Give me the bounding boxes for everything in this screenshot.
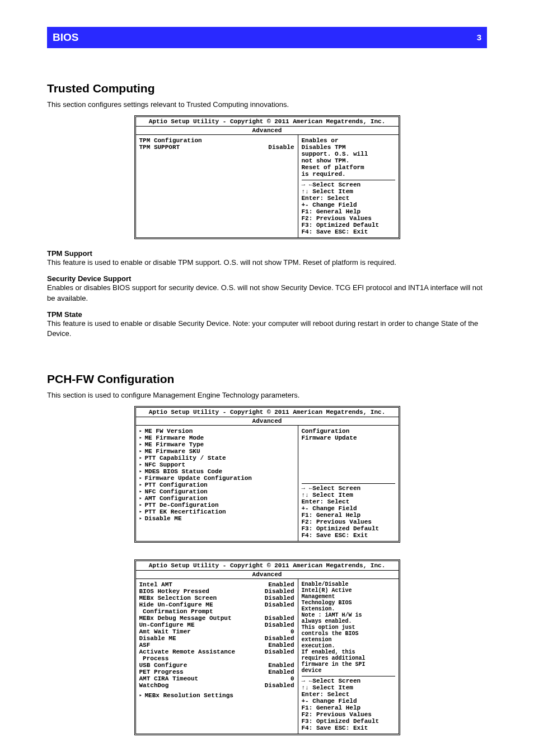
bios-row[interactable]: NFC Configuration [139,488,294,495]
bios-header: Aptio Setup Utility - Copyright © 2011 A… [136,408,399,417]
bios-row[interactable]: PTT Configuration [139,482,294,488]
section-title-pchfw: PCH-FW Configuration [47,372,487,386]
bios-row-value: 0 [291,628,294,635]
bios-row[interactable]: ME Firmware SKU [139,448,294,455]
bios-row[interactable]: AMT Configuration [139,495,294,502]
bios-row-value: Enabled [268,669,294,675]
bios-row-label: ME Firmware Type [145,441,294,448]
bios-row[interactable]: Intel AMTEnabled [139,581,294,588]
help-line: ↑↓ Select Item [302,492,395,498]
help-divider [302,676,395,676]
help-line: F4: Save ESC: Exit [302,228,395,235]
bios-row[interactable]: MEBx Resolution Settings [139,692,294,699]
bios-row-label: Disable ME [139,635,265,642]
bios-row-value: Disabled [265,588,294,595]
help-line: ↑↓ Select Item [302,684,395,691]
section-intro-trusted: This section configures settings relevan… [47,100,487,110]
bios-row[interactable]: PTT Capability / State [139,455,294,461]
bios-row-value: Enabled [268,642,294,648]
header-pagelabel: 3 [477,32,481,42]
bios-row-label: NFC Support [145,461,294,468]
bios-left: ME FW Version ME Firmware Mode ME Firmwa… [136,426,298,541]
bios-row[interactable]: MEBx Debug Message OutputDisabled [139,615,294,622]
bios-body: ME FW Version ME Firmware Mode ME Firmwa… [136,426,399,541]
help-line: → ←Select Screen [302,485,395,492]
bios-row-value: Disable [268,144,294,151]
bios-row[interactable]: ASFEnabled [139,642,294,648]
bios-body: TPM Configuration TPM SUPPORT Disable En… [136,135,399,237]
bios-header: Aptio Setup Utility - Copyright © 2011 A… [136,117,399,127]
bios-panel-amt: Aptio Setup Utility - Copyright © 2011 A… [134,559,400,735]
bios-row[interactable]: AMT CIRA Timeout0 [139,675,294,682]
bios-row[interactable]: USB ConfigureEnabled [139,662,294,669]
bios-panel-pchfw: Aptio Setup Utility - Copyright © 2011 A… [134,406,400,543]
help-line: → ←Select Screen [302,678,395,684]
bios-row-label: Firmware Update Configuration [145,475,294,482]
bios-row-label: MDES BIOS Status Code [145,468,294,475]
bios-row-label: Disable ME [145,515,294,522]
bios-row[interactable]: BIOS Hotkey PressedDisabled [139,588,294,595]
bios-row[interactable]: ME Firmware Mode [139,435,294,441]
help-line: F1: General Help [302,208,395,215]
bios-right: Configuration Firmware Update → ←Select … [298,426,399,541]
bios-row[interactable]: WatchDogDisabled [139,682,294,689]
bios-row[interactable]: NFC Support [139,461,294,468]
header-title: BIOS [53,31,78,44]
help-line: → ←Select Screen [302,181,395,188]
field-desc: Enables or disables BIOS support for sec… [47,283,487,303]
bios-row[interactable]: Un-Configure MEDisabled [139,622,294,628]
bios-row[interactable]: Disable ME [139,515,294,522]
bios-row[interactable]: Firmware Update Configuration [139,475,294,482]
bios-body: Intel AMTEnabled BIOS Hotkey PressedDisa… [136,579,399,734]
help-line: +- Change Field [302,505,395,512]
bios-row[interactable]: PTT EK Recertification [139,508,294,515]
help-line: F2: Previous Values [302,215,395,222]
bios-row-label: USB Configure [139,662,269,669]
bios-tabbar: Advanced [136,417,399,426]
bios-row-value: Disabled [265,682,294,689]
bios-row-label: Activate Remote Assistance [139,648,265,655]
bios-row-label: PET Progress [139,669,269,675]
bios-row[interactable]: TPM Configuration [139,137,294,144]
bios-row-value: Disabled [265,635,294,642]
help-line: F4: Save ESC: Exit [302,725,395,731]
bios-row[interactable]: ME FW Version [139,428,294,435]
bios-row[interactable]: MDES BIOS Status Code [139,468,294,475]
bios-tabbar: Advanced [136,571,399,579]
bios-row[interactable]: PET ProgressEnabled [139,669,294,675]
bios-help-top: Enable/Disable Intel(R) Active Managemen… [302,581,395,674]
bios-row-label: BIOS Hotkey Pressed [139,588,265,595]
bios-row-value: Disabled [265,595,294,601]
bios-row-label: Un-Configure ME [139,622,265,628]
field-label: Security Device Support [47,274,487,283]
bios-row-label: Process [139,655,294,662]
bios-row-label: PTT De-Configuration [145,502,294,508]
bios-row-label: ME Firmware SKU [145,448,294,455]
bios-row-label: AMT Configuration [145,495,294,502]
bios-row[interactable]: Disable MEDisabled [139,635,294,642]
help-line: Enter: Select [302,498,395,505]
bios-row[interactable]: PTT De-Configuration [139,502,294,508]
bios-help-top: Enables or Disables TPM support. O.S. wi… [302,137,395,178]
bios-row[interactable]: Activate Remote AssistanceDisabled [139,648,294,655]
bios-row-label: Confirmation Prompt [139,608,294,615]
header-bar: BIOS [47,27,487,48]
bios-row-label: TPM SUPPORT [139,144,269,151]
help-line: F2: Previous Values [302,711,395,718]
bios-row-label: ME Firmware Mode [145,435,294,441]
bios-row-value: Disabled [265,601,294,608]
bios-row[interactable]: MEBx Selection ScreenDisabled [139,595,294,601]
bios-row[interactable]: Hide Un-Configure MEDisabled [139,601,294,608]
bios-row-label: MEBx Resolution Settings [145,692,294,699]
bios-row: Confirmation Prompt [139,608,294,615]
bios-row[interactable]: ME Firmware Type [139,441,294,448]
bios-row-label: ME FW Version [145,428,294,435]
bios-row-label: PTT Capability / State [145,455,294,461]
help-line: +- Change Field [302,698,395,704]
page: BIOS 3 Trusted Computing This section co… [0,0,534,756]
bios-row[interactable]: TPM SUPPORT Disable [139,144,294,151]
bios-row[interactable]: Amt Wait Timer0 [139,628,294,635]
bios-help-top: Configuration Firmware Update [302,428,395,481]
bios-tabbar: Advanced [136,127,399,135]
help-line: +- Change Field [302,202,395,208]
